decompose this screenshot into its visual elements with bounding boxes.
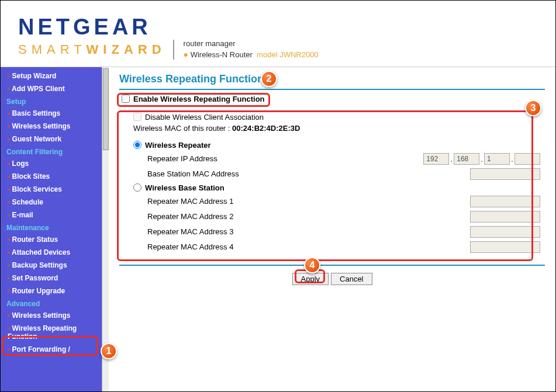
badge-3: 3 [525,100,541,116]
nav-item[interactable]: Wireless Repeating Function [5,322,104,343]
rep-mac2-input[interactable] [470,211,540,223]
nav-item[interactable]: Wireless Settings [5,309,104,322]
badge-2: 2 [261,71,277,87]
nav-item[interactable]: Basic Settings [5,107,104,120]
header-divider [173,40,174,60]
base-station-radio[interactable] [133,183,141,192]
nav-item[interactable]: Port Forwarding / [5,343,104,356]
scrollbar-thumb[interactable] [103,68,109,150]
enable-checkbox[interactable] [122,95,130,103]
disable-client-label: Disable Wireless Client Association [145,113,264,122]
repeater-radio[interactable] [133,141,141,149]
nav-section: Advanced [5,297,104,309]
nav-item[interactable]: Add WPS Client [5,82,104,95]
nav-item[interactable]: Router Status [5,233,104,246]
rep-mac1-input[interactable] [470,196,540,207]
nav-item[interactable]: Attached Devices [5,246,104,259]
enable-label: Enable Wireless Repeating Function [133,95,265,103]
nav-item[interactable]: Router Upgrade [5,285,104,297]
header-tagline: router manager ● Wireless-N Router model… [181,39,319,61]
nav-item[interactable]: Backup Settings [5,259,104,272]
divider [119,89,545,90]
nav-item[interactable]: E-mail [5,209,104,221]
ip-octet-3[interactable] [484,153,510,165]
ip-octet-1[interactable] [423,153,449,165]
nav-item[interactable]: Guest Network [5,133,104,145]
nav-section: Maintenance [5,221,104,233]
sidebar: Setup WizardAdd WPS ClientSetupBasic Set… [1,67,109,392]
nav-item[interactable]: Schedule [5,196,104,209]
content-area: Wireless Repeating Function Enable Wirel… [109,67,555,392]
ip-octet-4[interactable] [514,153,540,165]
rep-mac3-input[interactable] [470,226,540,238]
nav-item[interactable]: Setup Wizard [5,70,104,82]
rep-mac2-label: Repeater MAC Address 2 [147,212,470,221]
header: NETGEAR SMARTWIZARD router manager ● Wir… [1,1,555,67]
ip-octet-2[interactable] [454,153,479,165]
nav-item[interactable]: Wireless Settings [5,120,104,133]
rep-mac4-label: Repeater MAC Address 4 [147,242,470,251]
base-mac-input[interactable] [470,168,540,180]
rep-mac1-label: Repeater MAC Address 1 [147,197,470,206]
nav-item[interactable]: Logs [5,157,104,170]
rep-mac3-label: Repeater MAC Address 3 [147,227,470,236]
subbrand-logo: SMARTWIZARD [18,42,166,57]
router-mac-row: Wireless MAC of this router : 00:24:B2:4… [133,124,540,133]
nav-item[interactable]: Set Password [5,272,104,285]
repeater-ip-label: Repeater IP Address [147,154,423,163]
cancel-button[interactable]: Cancel [331,273,372,285]
form-body: Disable Wireless Client Association Wire… [119,110,545,259]
rep-mac4-input[interactable] [470,241,540,253]
page-title: Wireless Repeating Function [119,73,545,85]
base-station-radio-label: Wireless Base Station [145,183,225,192]
brand-logo: NETGEAR [18,15,538,40]
nav-item[interactable]: Block Services [5,183,104,196]
disable-client-checkbox[interactable] [133,113,141,121]
badge-4: 4 [304,257,320,273]
nav-section: Setup [5,95,104,107]
base-mac-label: Base Station MAC Address [147,169,470,178]
repeater-radio-label: Wireless Repeater [145,141,211,150]
button-row: Apply Cancel [119,273,545,285]
nav-item[interactable]: Block Sites [5,170,104,183]
divider-bottom [119,265,545,266]
enable-row: Enable Wireless Repeating Function [119,95,545,103]
nav-section: Content Filtering [5,145,104,157]
apply-button[interactable]: Apply [292,273,329,285]
badge-1: 1 [101,343,117,359]
